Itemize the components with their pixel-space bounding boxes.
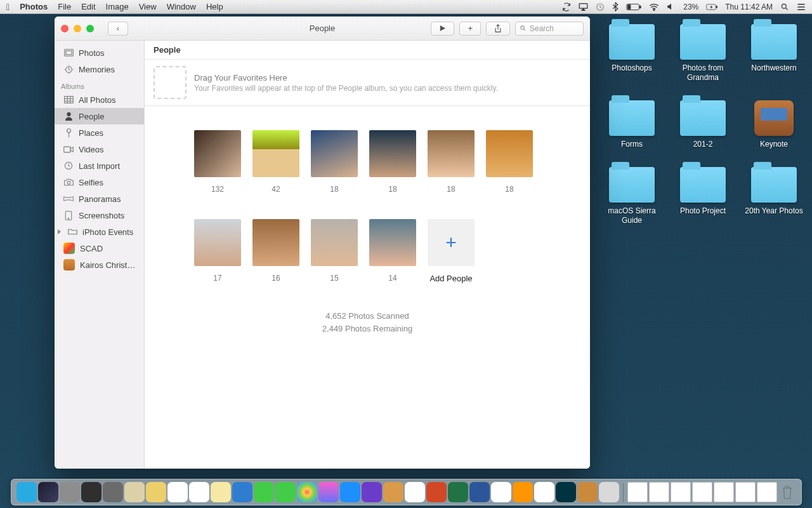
sidebar-item-all-photos[interactable]: All Photos xyxy=(55,91,144,108)
timemachine-icon[interactable] xyxy=(596,3,605,11)
dock-trash[interactable] xyxy=(778,482,796,502)
dock-app-audition[interactable] xyxy=(556,482,576,502)
dock-app-messages[interactable] xyxy=(254,482,274,502)
minimize-button[interactable] xyxy=(74,25,81,32)
dock-app-sys-prefs[interactable] xyxy=(103,482,123,502)
dock-app-finder[interactable] xyxy=(16,482,37,502)
dock-app-ppt[interactable] xyxy=(426,482,447,502)
menu-window[interactable]: Window xyxy=(167,2,196,11)
person-tile[interactable]: 18 xyxy=(428,130,475,194)
bluetooth-icon[interactable] xyxy=(612,2,619,11)
clock[interactable]: Thu 11:42 AM xyxy=(725,3,773,11)
favorites-dropzone[interactable]: Drag Your Favorites Here Your Favorites … xyxy=(145,60,590,106)
sidebar-item-photos[interactable]: Photos xyxy=(55,44,144,61)
person-tile[interactable]: 18 xyxy=(486,130,533,194)
share-button[interactable] xyxy=(486,22,510,36)
desktop-item-20th-year-photos[interactable]: 20th Year Photos xyxy=(742,167,806,225)
person-tile[interactable]: 18 xyxy=(311,130,358,194)
add-people-button[interactable]: +Add People xyxy=(428,219,475,283)
menu-edit[interactable]: Edit xyxy=(81,2,95,11)
dock-app-cal[interactable] xyxy=(167,482,188,502)
search-field[interactable]: Search xyxy=(515,22,584,36)
airplay-icon[interactable] xyxy=(579,3,588,11)
sidebar-item-videos[interactable]: Videos xyxy=(55,141,144,157)
close-button[interactable] xyxy=(61,25,69,32)
menu-file[interactable]: File xyxy=(58,2,71,11)
sidebar-item-memories[interactable]: Memories xyxy=(55,61,144,77)
app-menu[interactable]: Photos xyxy=(20,2,48,11)
sidebar-item-places[interactable]: Places xyxy=(55,124,144,141)
sidebar-item-selfies[interactable]: Selfies xyxy=(55,174,144,190)
person-photo-count: 18 xyxy=(330,185,338,194)
dock-minimized-window[interactable] xyxy=(714,482,734,502)
status-sync-icon[interactable] xyxy=(562,3,571,11)
dock-app-launchpad[interactable] xyxy=(60,482,80,502)
apple-menu[interactable]:  xyxy=(6,2,10,12)
dock-app-imovie[interactable] xyxy=(362,482,382,502)
dock-app-appstore[interactable] xyxy=(340,482,360,502)
desktop-item-keynote[interactable]: Keynote xyxy=(742,100,806,149)
desktop-item-forms[interactable]: Forms xyxy=(600,100,664,149)
wifi-icon[interactable] xyxy=(649,3,659,11)
menu-image[interactable]: Image xyxy=(106,2,129,11)
dock-app-reminders[interactable] xyxy=(189,482,209,502)
person-tile[interactable]: 16 xyxy=(252,219,299,283)
back-button[interactable]: ‹ xyxy=(108,22,128,36)
sidebar-item-screenshots[interactable]: Screenshots xyxy=(55,207,144,224)
dock-app-chrome[interactable] xyxy=(491,482,511,502)
dock-app-box[interactable] xyxy=(577,482,598,502)
dock-app-excel[interactable] xyxy=(448,482,468,502)
dock-app-firefox[interactable] xyxy=(513,482,533,502)
dock-minimized-window[interactable] xyxy=(649,482,669,502)
notification-center-icon[interactable] xyxy=(797,3,806,11)
dock-app-textedit[interactable] xyxy=(211,482,231,502)
dock-app-mission-control[interactable] xyxy=(81,482,102,502)
person-tile[interactable]: 42 xyxy=(252,130,299,194)
play-slideshow-button[interactable] xyxy=(431,22,454,36)
dock-app-notes2[interactable] xyxy=(146,482,166,502)
dock-app-drive[interactable] xyxy=(534,482,554,502)
dock-minimized-window[interactable] xyxy=(671,482,691,502)
desktop-item-photos-from-grandma[interactable]: Photos from Grandma xyxy=(671,24,735,83)
desktop-item-201-2[interactable]: 201-2 xyxy=(671,100,735,149)
dock-app-photos[interactable] xyxy=(297,482,317,502)
person-tile[interactable]: 132 xyxy=(194,130,241,194)
sidebar-item-panoramas[interactable]: Panoramas xyxy=(55,190,144,207)
desktop-item-photo-project[interactable]: Photo Project xyxy=(671,167,735,225)
dock-app-preview[interactable] xyxy=(232,482,252,502)
dock-app-scanner[interactable] xyxy=(599,482,619,502)
zoom-button[interactable] xyxy=(86,25,94,32)
disclosure-triangle-icon[interactable] xyxy=(58,229,61,234)
dock-minimized-window[interactable] xyxy=(757,482,777,502)
sidebar-item-kairos[interactable]: Kairos Christ… xyxy=(55,257,144,273)
photos-window: ‹ People + Search Photos Memori xyxy=(55,17,590,469)
sidebar-item-people[interactable]: People xyxy=(55,108,144,124)
menu-view[interactable]: View xyxy=(139,2,157,11)
dock-app-facetime[interactable] xyxy=(275,482,296,502)
desktop-item-northwestern[interactable]: Northwestern xyxy=(742,24,806,83)
person-tile[interactable]: 17 xyxy=(194,219,241,283)
volume-icon[interactable] xyxy=(667,3,676,11)
sidebar-item-iphoto-events[interactable]: iPhoto Events xyxy=(55,224,144,240)
person-tile[interactable]: 18 xyxy=(369,130,416,194)
dock-app-pages[interactable] xyxy=(405,482,425,502)
desktop-item-photoshops[interactable]: Photoshops xyxy=(600,24,664,83)
spotlight-icon[interactable] xyxy=(780,3,789,11)
dock-app-word[interactable] xyxy=(469,482,490,502)
add-button[interactable]: + xyxy=(459,22,481,36)
dock-minimized-window[interactable] xyxy=(627,482,648,502)
dock-app-garageband[interactable] xyxy=(383,482,403,502)
svg-point-15 xyxy=(67,128,70,132)
battery-icon[interactable] xyxy=(626,3,641,11)
dock-app-notes1[interactable] xyxy=(124,482,145,502)
dock-app-siri[interactable] xyxy=(38,482,58,502)
sidebar-item-last-import[interactable]: Last Import xyxy=(55,157,144,174)
menu-help[interactable]: Help xyxy=(206,2,223,11)
dock-app-itunes[interactable] xyxy=(318,482,339,502)
dock-minimized-window[interactable] xyxy=(735,482,756,502)
person-tile[interactable]: 15 xyxy=(311,219,358,283)
sidebar-item-scad[interactable]: SCAD xyxy=(55,240,144,257)
desktop-item-macos-sierra-guide[interactable]: macOS Sierra Guide xyxy=(600,167,664,225)
person-tile[interactable]: 14 xyxy=(369,219,416,283)
dock-minimized-window[interactable] xyxy=(692,482,712,502)
